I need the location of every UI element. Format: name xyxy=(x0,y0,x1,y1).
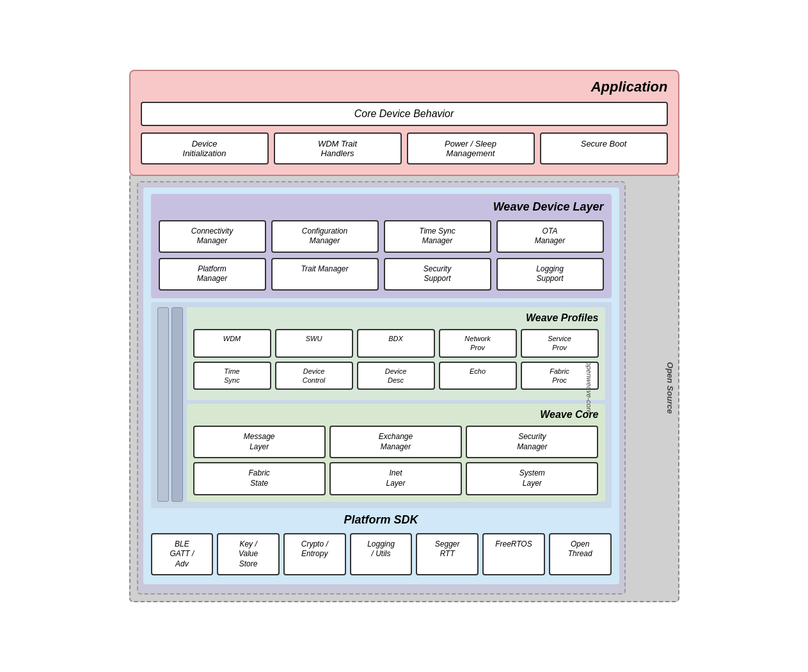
crypto-entropy-box: Crypto /Entropy xyxy=(283,533,346,576)
time-sync-profile-box: TimeSync xyxy=(193,362,271,390)
right-section: Weave Profiles WDM SWU BDX NetworkProv S… xyxy=(187,307,605,502)
logging-support-box: LoggingSupport xyxy=(496,258,604,291)
power-sleep-box: Power / SleepManagement xyxy=(407,132,535,164)
l-shape-bars xyxy=(157,307,183,502)
core-device-behavior-box: Core Device Behavior xyxy=(141,102,668,126)
weave-device-layer: Weave Device Layer ConnectivityManager C… xyxy=(151,194,612,298)
core-grid: MessageLayer ExchangeManager SecurityMan… xyxy=(193,426,599,495)
ble-gatt-box: BLEGATT /Adv xyxy=(151,533,214,576)
segger-rtt-box: SeggerRTT xyxy=(416,533,479,576)
application-title: Application xyxy=(141,79,668,95)
device-control-box: DeviceControl xyxy=(275,362,353,390)
message-layer-box: MessageLayer xyxy=(193,426,326,458)
profiles-row1: WDM SWU BDX NetworkProv ServiceProv xyxy=(193,329,599,358)
exchange-manager-box: ExchangeManager xyxy=(329,426,462,458)
platform-sdk-bottom: Platform SDK BLEGATT /Adv Key /ValueStor… xyxy=(151,513,612,576)
open-thread-box: OpenThread xyxy=(549,533,612,576)
platform-manager-box: PlatformManager xyxy=(159,258,266,291)
weave-core-title: Weave Core xyxy=(193,409,599,420)
fabric-state-box: FabricState xyxy=(193,462,326,495)
weave-profiles-area: Weave Profiles WDM SWU BDX NetworkProv S… xyxy=(187,307,605,400)
swu-box: SWU xyxy=(275,329,353,358)
l-bar-1 xyxy=(157,307,169,502)
system-layer-box: SystemLayer xyxy=(466,462,598,495)
weave-device-title: Weave Device Layer xyxy=(159,200,604,214)
security-manager-box: SecurityManager xyxy=(466,426,598,458)
wdm-trait-handlers-box: WDM TraitHandlers xyxy=(274,132,402,164)
device-layer-grid: ConnectivityManager ConfigurationManager… xyxy=(159,220,604,291)
openweave-container: Weave Device Layer ConnectivityManager C… xyxy=(137,181,626,595)
wdm-box: WDM xyxy=(193,329,271,358)
open-source-container: Weave Device Layer ConnectivityManager C… xyxy=(129,173,679,603)
key-value-store-box: Key /ValueStore xyxy=(217,533,280,576)
service-prov-box: ServiceProv xyxy=(521,329,599,358)
bdx-box: BDX xyxy=(357,329,435,358)
profiles-row2: TimeSync DeviceControl DeviceDesc Echo F… xyxy=(193,362,599,390)
platform-sdk-title: Platform SDK xyxy=(151,513,612,527)
platform-sdk-area: Weave Device Layer ConnectivityManager C… xyxy=(143,188,619,585)
connectivity-manager-box: ConnectivityManager xyxy=(159,220,266,253)
nested-l-container: Weave Profiles WDM SWU BDX NetworkProv S… xyxy=(157,307,605,502)
freertos-box: FreeRTOS xyxy=(482,533,545,576)
logging-utils-box: Logging/ Utils xyxy=(350,533,413,576)
time-sync-manager-box: Time SyncManager xyxy=(384,220,491,253)
trait-manager-box: Trait Manager xyxy=(271,258,379,291)
l-bar-2 xyxy=(171,307,183,502)
openweave-label: openweave-core xyxy=(585,362,593,413)
weave-core-area: Weave Core MessageLayer ExchangeManager … xyxy=(187,404,605,501)
application-layer: Application Core Device Behavior DeviceI… xyxy=(129,70,679,176)
app-sub-row: DeviceInitialization WDM TraitHandlers P… xyxy=(141,132,668,164)
diagram-wrapper: Application Core Device Behavior DeviceI… xyxy=(116,57,692,616)
inner-weave-area: Weave Profiles WDM SWU BDX NetworkProv S… xyxy=(151,302,612,508)
echo-box: Echo xyxy=(439,362,517,390)
device-initialization-box: DeviceInitialization xyxy=(141,132,269,164)
weave-profiles-title: Weave Profiles xyxy=(193,312,599,324)
network-prov-box: NetworkProv xyxy=(439,329,517,358)
inet-layer-box: InetLayer xyxy=(329,462,462,495)
secure-boot-box: Secure Boot xyxy=(540,132,668,164)
open-source-label: Open Source xyxy=(665,362,675,414)
device-desc-box: DeviceDesc xyxy=(357,362,435,390)
security-support-box: SecuritySupport xyxy=(384,258,491,291)
ota-manager-box: OTAManager xyxy=(496,220,604,253)
platform-sdk-row: BLEGATT /Adv Key /ValueStore Crypto /Ent… xyxy=(151,533,612,576)
configuration-manager-box: ConfigurationManager xyxy=(271,220,379,253)
